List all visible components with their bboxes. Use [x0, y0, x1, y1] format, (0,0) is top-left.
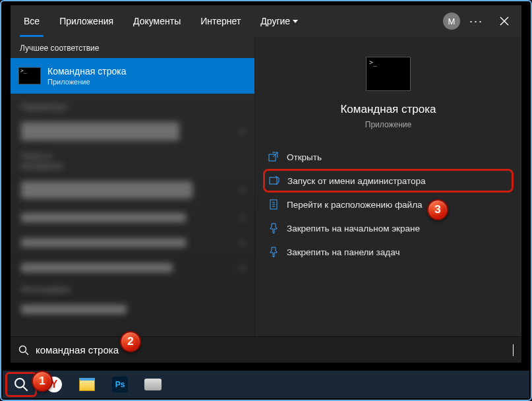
preview-subtitle: Приложение: [255, 120, 521, 129]
taskbar-app[interactable]: [137, 371, 169, 398]
photoshop-icon: Ps: [112, 377, 128, 392]
action-pin-taskbar-label: Закрепить на панели задач: [287, 247, 399, 257]
result-command-prompt[interactable]: Командная строка Приложение: [11, 58, 254, 94]
result-subtitle: Приложение: [47, 78, 126, 86]
taskbar-photoshop[interactable]: Ps: [104, 371, 136, 398]
more-options-button[interactable]: ···: [469, 15, 483, 28]
svg-rect-1: [270, 177, 277, 184]
tab-more-label: Другие: [260, 16, 290, 26]
text-caret: [513, 344, 514, 356]
preview-title: Командная строка: [255, 103, 521, 116]
action-open-location-label: Перейти к расположению файла: [287, 200, 423, 210]
filter-tabs: Все Приложения Документы Интернет Другие: [20, 5, 302, 37]
search-header: Все Приложения Документы Интернет Другие…: [11, 5, 521, 37]
open-icon: [268, 152, 279, 162]
preview-cmd-icon: [366, 57, 411, 91]
app-icon: [144, 379, 162, 390]
taskbar: Y Ps: [3, 371, 529, 398]
callout-2: 2: [120, 331, 141, 352]
admin-icon: [269, 175, 280, 186]
action-pin-start[interactable]: Закрепить на начальном экране: [263, 216, 514, 240]
search-icon: [18, 345, 29, 355]
action-open[interactable]: Открыть: [263, 145, 514, 169]
action-pin-taskbar[interactable]: Закрепить на панели задач: [263, 240, 514, 264]
best-match-label: Лучшее соответствие: [11, 37, 254, 58]
svg-point-4: [15, 379, 24, 388]
chevron-down-icon: [293, 20, 298, 23]
callout-3: 3: [427, 199, 448, 220]
action-run-as-admin[interactable]: Запуск от имени администратора: [263, 169, 514, 193]
action-run-as-admin-label: Запуск от имени администратора: [287, 176, 426, 186]
results-column: Лучшее соответствие Командная строка При…: [11, 37, 254, 363]
action-open-label: Открыть: [287, 152, 322, 162]
tab-all[interactable]: Все: [20, 5, 44, 37]
tab-web[interactable]: Интернет: [196, 5, 245, 37]
close-button[interactable]: [492, 9, 516, 33]
cmd-icon: [18, 67, 41, 84]
action-open-location[interactable]: Перейти к расположению файла: [263, 193, 514, 216]
panel-body: Лучшее соответствие Командная строка При…: [11, 37, 521, 363]
search-bar[interactable]: [11, 336, 521, 363]
preview-pane: Командная строка Приложение Открыть Запу…: [254, 37, 521, 363]
user-avatar[interactable]: M: [443, 13, 460, 30]
tab-docs[interactable]: Документы: [129, 5, 185, 37]
pin-taskbar-icon: [268, 247, 279, 257]
window-frame: Все Приложения Документы Интернет Другие…: [0, 0, 532, 401]
close-icon: [500, 16, 509, 26]
taskbar-explorer[interactable]: [71, 371, 103, 398]
preview-actions: Открыть Запуск от имени администратора П…: [255, 145, 521, 264]
action-pin-start-label: Закрепить на начальном экране: [287, 224, 420, 233]
tab-apps[interactable]: Приложения: [55, 5, 117, 37]
explorer-icon: [79, 378, 95, 391]
result-title: Командная строка: [47, 66, 126, 77]
file-location-icon: [268, 199, 279, 210]
svg-point-3: [20, 346, 26, 352]
callout-1: 1: [32, 371, 53, 392]
tab-more[interactable]: Другие: [256, 5, 302, 37]
search-panel: Все Приложения Документы Интернет Другие…: [11, 5, 521, 363]
other-results-blurred: Параметры › Поиск в Интернете › › › › Фо…: [11, 94, 254, 363]
search-icon: [14, 377, 28, 392]
search-input[interactable]: [36, 344, 514, 355]
pin-start-icon: [268, 223, 279, 233]
